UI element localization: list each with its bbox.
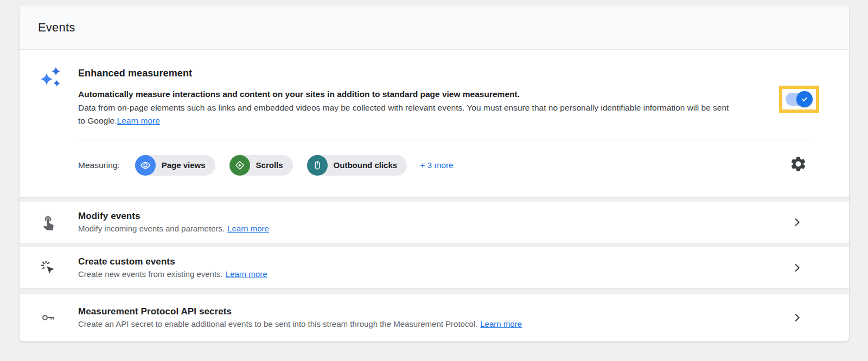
row-title: Modify events	[78, 211, 790, 222]
chip-label: Outbound clicks	[334, 160, 398, 170]
measurement-protocol-api-secrets-row[interactable]: Measurement Protocol API secrets Create …	[20, 294, 849, 341]
create-custom-events-learn-more-link[interactable]: Learn more	[226, 269, 267, 279]
enhanced-measurement-settings-button[interactable]	[789, 156, 807, 175]
modify-events-learn-more-link[interactable]: Learn more	[227, 224, 269, 233]
chevron-right-icon	[790, 216, 803, 229]
measuring-row: Measuring: Page views	[78, 155, 849, 176]
chevron-right-icon	[790, 311, 803, 324]
row-description: Create new events from existing events.L…	[78, 269, 790, 279]
description-primary: Automatically measure interactions and c…	[78, 89, 520, 99]
enhanced-learn-more-link[interactable]: Learn more	[117, 116, 160, 125]
events-settings-card: Events Enhanced measurement Automaticall…	[20, 5, 849, 341]
modify-events-row[interactable]: Modify events Modify incoming events and…	[20, 202, 849, 243]
gear-icon	[789, 155, 807, 175]
enhanced-measurement-title: Enhanced measurement	[78, 64, 849, 79]
chip-label: Page views	[162, 160, 206, 170]
toggle-thumb-check-icon	[796, 91, 813, 107]
measurement-protocol-learn-more-link[interactable]: Learn more	[480, 319, 522, 328]
cursor-click-icon	[39, 260, 78, 276]
touch-icon	[39, 214, 78, 230]
chip-label: Scrolls	[256, 160, 283, 170]
chip-outbound-clicks: Outbound clicks	[307, 155, 407, 176]
page-title: Events	[20, 5, 849, 50]
section-divider	[78, 140, 814, 140]
create-custom-events-row[interactable]: Create custom events Create new events f…	[20, 247, 849, 288]
enhanced-measurement-toggle[interactable]	[779, 86, 819, 113]
section-gap	[20, 288, 849, 294]
enhanced-measurement-section: Enhanced measurement Automatically measu…	[20, 50, 849, 197]
eye-icon	[135, 155, 156, 176]
description-secondary: Data from on-page elements such as links…	[78, 103, 729, 126]
section-gap	[20, 197, 849, 202]
enhanced-measurement-description: Automatically measure interactions and c…	[78, 88, 735, 128]
section-gap	[20, 243, 849, 247]
chevron-right-icon	[790, 261, 803, 274]
chip-page-views: Page views	[135, 155, 215, 176]
row-title: Create custom events	[78, 256, 790, 267]
mouse-icon	[307, 155, 328, 176]
sparkle-icon	[39, 81, 63, 91]
row-description: Modify incoming events and parameters.Le…	[78, 224, 790, 233]
row-title: Measurement Protocol API secrets	[78, 306, 790, 317]
measuring-label: Measuring:	[78, 160, 120, 170]
scroll-icon	[229, 155, 250, 176]
more-chips-link[interactable]: + 3 more	[420, 160, 454, 170]
key-icon	[39, 310, 78, 326]
chip-scrolls: Scrolls	[229, 155, 293, 176]
row-description: Create an API secret to enable additiona…	[78, 319, 790, 328]
